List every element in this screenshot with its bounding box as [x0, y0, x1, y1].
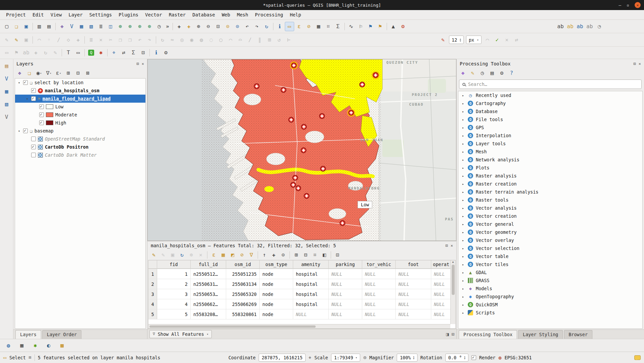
hospital-marker[interactable] [293, 175, 298, 181]
menu-layer[interactable]: Layer [65, 11, 86, 18]
delete-part-button[interactable]: ○ [216, 35, 226, 45]
table-cell[interactable]: NULL [329, 309, 362, 319]
table-cell[interactable]: 4 [157, 299, 191, 309]
tab-browser[interactable]: Browser [564, 330, 592, 339]
dock-table-icon[interactable]: ⊡ [452, 331, 454, 337]
table-cell[interactable]: n2550631… [191, 279, 226, 289]
label-unit-select[interactable]: px▾ [466, 36, 481, 44]
table-cell[interactable]: NULL [362, 269, 396, 279]
expander-open-icon[interactable]: ▾ [25, 97, 29, 101]
move-selection-to-top-button[interactable]: ↑ [260, 251, 269, 259]
expander-closed-icon[interactable]: ▸ [461, 150, 465, 154]
table-cell[interactable]: n2550512… [191, 269, 226, 279]
expand-all-button[interactable]: ⊞ [64, 69, 72, 77]
field-calculator-button[interactable]: ⌗ [311, 251, 319, 259]
processing-group-plots[interactable]: ▸QPlots [458, 164, 642, 172]
processing-group-layer-tools[interactable]: ▸QLayer tools [458, 140, 642, 148]
visibility-checkbox[interactable] [31, 137, 36, 141]
tab-layer-styling[interactable]: Layer Styling [518, 330, 563, 339]
point-in-polygon-button[interactable]: ⊡ [138, 48, 148, 57]
add-ring-button[interactable]: ◎ [177, 35, 187, 45]
expander-closed-icon[interactable]: ▸ [461, 102, 465, 105]
hospital-marker[interactable] [319, 113, 325, 119]
cut-features-button[interactable]: ✂ [106, 35, 115, 45]
maximize-icon[interactable]: ▫ [627, 3, 629, 8]
locator-select-label[interactable]: Select [9, 355, 26, 360]
delete-ring-button[interactable]: ◌ [206, 35, 216, 45]
table-cell[interactable]: 558320861 [226, 309, 260, 319]
close-panel-icon[interactable]: ✕ [451, 243, 453, 248]
layer-item-manila-flood-hazard-lipad[interactable]: ▾⚑manila_flood_hazard_lipad [15, 95, 145, 103]
add-raster-layer-button[interactable]: ▦ [77, 22, 86, 31]
table-cell[interactable]: 3 [157, 289, 191, 299]
show-statistical-summary-button[interactable]: Σ [333, 22, 343, 31]
label-check-button[interactable]: ✓ [493, 35, 502, 45]
select-by-expression-button[interactable]: ε [209, 251, 218, 259]
processing-group-raster-creation[interactable]: ▸QRaster creation [458, 180, 642, 188]
table-cell[interactable]: NULL [431, 299, 451, 309]
filter-legend-button[interactable]: ∇▾ [45, 69, 53, 77]
add-mesh-layer-button[interactable]: ▧ [86, 22, 96, 31]
table-cell[interactable]: 2 [157, 279, 191, 289]
add-wfs-layer-button[interactable]: ⊕ [135, 22, 144, 31]
row-number[interactable]: 1 [148, 269, 157, 279]
table-cell[interactable]: NULL [329, 299, 362, 309]
legend-item-low[interactable]: Low [15, 103, 145, 111]
table-cell[interactable]: NULL [431, 289, 451, 299]
redo-button[interactable]: ↷ [145, 35, 154, 45]
split-parts-button[interactable]: ∥ [255, 35, 264, 45]
tab-processing-toolbox[interactable]: Processing Toolbox [459, 330, 517, 339]
results-viewer-button[interactable]: ▤ [488, 69, 496, 77]
rotation-input[interactable]: 0.0 °▲▼ [445, 354, 468, 362]
processing-group-vector-general[interactable]: ▸QVector general [458, 220, 642, 228]
menu-web[interactable]: Web [218, 11, 234, 18]
expander-closed-icon[interactable]: ▸ [461, 190, 465, 194]
visibility-checkbox[interactable] [31, 145, 36, 149]
expander-closed-icon[interactable]: ▸ [461, 303, 465, 307]
map-canvas[interactable]: Low QUEZON CITYPROJECT 2CUBAOSAN JUANMAN… [147, 59, 456, 241]
show-hide-labels-button[interactable]: ab [21, 48, 31, 57]
expander-open-icon[interactable]: ▾ [17, 81, 21, 85]
table-cell[interactable]: NULL [396, 289, 431, 299]
pan-to-selection-button[interactable]: ✚ [184, 22, 194, 31]
add-raster-layer-button[interactable]: ▦ [2, 87, 11, 96]
visibility-checkbox[interactable] [31, 153, 36, 157]
measure-line-button[interactable]: ∿ [346, 22, 356, 31]
tab-layer-order[interactable]: Layer Order [42, 330, 81, 339]
attribute-table-button[interactable]: ▦ [17, 341, 26, 350]
vertical-scrollbar[interactable]: ▲ [450, 260, 455, 324]
hospital-marker-selected[interactable] [373, 72, 379, 78]
merge-features-button[interactable]: ⊞ [265, 35, 274, 45]
layer-labeling-single-button[interactable]: ab [566, 22, 575, 31]
table-cell[interactable]: 1 [157, 269, 191, 279]
processing-group-grass[interactable]: ▸GRASS [458, 276, 642, 284]
delete-selected-button[interactable]: ✕ [96, 35, 106, 45]
table-cell[interactable]: NULL [362, 289, 396, 299]
select-features-button[interactable]: ▭ [285, 22, 294, 31]
processing-group-vector-selection[interactable]: ▸QVector selection [458, 244, 642, 252]
new-print-layout-button[interactable]: ▥ [35, 22, 44, 31]
layer-labeling-options-button[interactable]: ab [556, 22, 565, 31]
visibility-checkbox[interactable] [31, 96, 36, 101]
table-cell[interactable]: 5 [157, 309, 191, 319]
help-button[interactable]: ? [507, 69, 516, 77]
magnifier-input[interactable]: 100%▲▼ [397, 354, 417, 362]
plugin-star-button[interactable]: ✱ [96, 48, 106, 57]
table-cell[interactable]: NULL [396, 299, 431, 309]
zoom-to-selected-button[interactable]: ⊙ [279, 251, 287, 259]
table-cell[interactable]: NULL [362, 279, 396, 289]
zoom-in-button[interactable]: ⊕ [194, 22, 203, 31]
expander-closed-icon[interactable]: ▸ [461, 118, 465, 121]
menu-vector[interactable]: Vector [142, 11, 166, 18]
column-header-osm-id[interactable]: osm_id [226, 260, 260, 269]
add-vector-layer-button[interactable]: V [2, 74, 11, 83]
tab-layers[interactable]: Layers [15, 330, 41, 339]
form-annotation-button[interactable]: ▭ [73, 48, 83, 57]
add-vector-layer-button[interactable]: V [67, 22, 76, 31]
toolbar-overflow-icon[interactable]: » [164, 23, 171, 30]
zoom-full-button[interactable]: ⊡ [213, 22, 223, 31]
save-layer-edits-button[interactable]: ▣ [21, 35, 31, 45]
expander-closed-icon[interactable]: ▸ [461, 182, 465, 186]
layer-group-basemap[interactable]: ▾❏basemap [15, 127, 145, 135]
table-cell[interactable]: hospital [293, 279, 329, 289]
